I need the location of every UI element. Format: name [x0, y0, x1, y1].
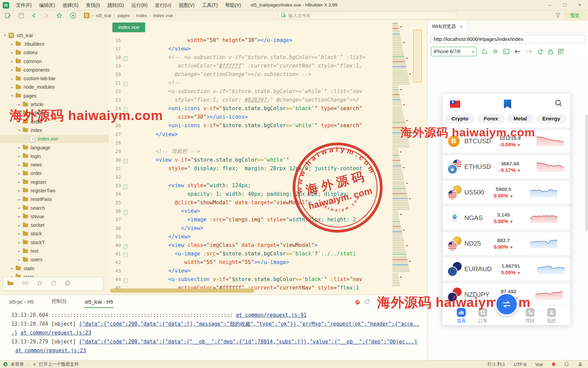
close-tab-icon[interactable]: × — [460, 24, 463, 29]
code-line[interactable]: 17 </view> — [109, 45, 392, 53]
tree-item-search[interactable]: ▸search — [0, 204, 109, 212]
tab-理財[interactable]: 理財 — [521, 308, 539, 324]
minimap[interactable] — [392, 23, 412, 292]
tree-item-resetPass[interactable]: ▸resetPass — [0, 195, 109, 204]
tab-我的[interactable]: 我的 — [542, 308, 561, 324]
notification-dot-icon[interactable] — [552, 363, 555, 366]
code-line[interactable]: 27 </view> — [109, 130, 392, 139]
language-mode-label[interactable]: Vue — [535, 362, 543, 367]
back-icon[interactable] — [32, 13, 36, 18]
tree-item-stockT[interactable]: ▸stockT — [0, 238, 109, 247]
code-line[interactable]: 16 width="50" height="38"></u-image> — [109, 36, 392, 45]
console-tab-st5-pc - H5[interactable]: st5-pc - H5 — [8, 296, 34, 308]
search-view-icon[interactable] — [22, 281, 29, 287]
refresh-view-icon[interactable] — [51, 280, 57, 287]
code-line[interactable]: 36− <view> — [109, 207, 392, 216]
instrument-row-EURAUD[interactable]: EURAUD1.667910.00% ▼ — [443, 258, 570, 280]
filter-funnel-icon[interactable] — [555, 13, 561, 19]
tree-item-stock[interactable]: ▸stock — [0, 230, 109, 238]
login-status-icon[interactable] — [3, 362, 7, 366]
tree-item-test[interactable]: ▸test — [0, 247, 109, 255]
code-line[interactable]: 37 <image :src="clangs.img" style="width… — [109, 216, 392, 224]
code-line[interactable]: 20 @change="sectionChange"></u-subsectio… — [109, 70, 392, 79]
menu-item[interactable]: 文件(F) — [12, 0, 35, 10]
close-button[interactable]: × — [572, 0, 587, 10]
tree-item-components[interactable]: ▸components — [0, 65, 109, 74]
fold-icon[interactable]: − — [123, 253, 128, 257]
run-icon[interactable] — [70, 12, 76, 19]
code-line[interactable]: 30− <view v-if="$store.state.bgColor=='w… — [109, 156, 392, 164]
instrument-row-ETHUSD[interactable]: ◆ETHUSD3667.66-5.17% ▼ — [443, 156, 570, 178]
console-tab-控制台[interactable]: 控制台 — [51, 295, 67, 308]
tree-item-socket[interactable]: ▸socket — [0, 221, 109, 230]
tree-item-news[interactable]: ▸news — [0, 160, 109, 169]
code-line[interactable]: 31 style=" display: flex; margin: 20rpx … — [109, 164, 392, 173]
code-line[interactable]: 44− <u-subsection v-if="$store.state.bgC… — [109, 275, 392, 284]
breadcrumb-item[interactable]: pages — [118, 13, 130, 18]
fold-icon[interactable]: − — [123, 159, 128, 163]
category-tab-CFD[interactable]: CFD — [569, 114, 570, 123]
source-link[interactable]: at common/request.js:91 — [236, 312, 307, 318]
breadcrumb-item[interactable]: index.vue — [153, 13, 173, 18]
code-line[interactable]: 29 <!-- 导航栏 --> — [109, 147, 392, 156]
menu-item[interactable]: 工具(T) — [198, 0, 221, 10]
debug-bug-icon[interactable] — [37, 280, 43, 287]
fold-icon[interactable]: − — [123, 107, 128, 112]
tab-訂單[interactable]: 訂單 — [474, 308, 492, 324]
login-status-label[interactable]: 未登录 — [11, 361, 24, 367]
source-link[interactable]: at common/request.js:23 — [15, 348, 86, 354]
taiwan-flag-icon[interactable] — [450, 101, 460, 108]
nav-forward-icon[interactable] — [526, 49, 532, 54]
minimize-button[interactable]: – — [542, 0, 557, 10]
code-line[interactable]: 32 — [109, 173, 392, 181]
encoding-label[interactable]: UTF-8 — [514, 362, 527, 367]
code-line[interactable]: 26 <uni-icons v-if="$store.state.bgColor… — [109, 121, 392, 130]
tree-item-common[interactable]: ▸common — [0, 57, 109, 65]
code-line[interactable]: 21− <!-- — [109, 79, 392, 87]
maximize-button[interactable]: □ — [557, 0, 572, 10]
clear-console-icon[interactable] — [355, 300, 360, 305]
fold-icon[interactable]: − — [123, 278, 128, 283]
search-icon[interactable] — [555, 99, 563, 109]
favorite-star-icon[interactable] — [56, 13, 62, 18]
code-line[interactable]: 28 — [109, 139, 392, 147]
menu-item[interactable]: 发行(U) — [151, 0, 175, 10]
tree-item-colorui[interactable]: ▸colorui — [0, 48, 109, 57]
code-line[interactable]: 24− <uni-icons v-if="$store.state.bgColo… — [109, 104, 392, 113]
cursor-position[interactable]: 行:1 列:1 — [488, 361, 505, 367]
category-tab-Crypto[interactable]: Crypto — [445, 114, 475, 123]
editor-tab-indexvue[interactable]: index.vue — [112, 23, 145, 32]
code-line[interactable]: 40− <view class="imgClass" data-target="… — [109, 241, 392, 250]
menu-item[interactable]: 查找(I) — [82, 0, 104, 10]
panel-scrollbar[interactable] — [585, 115, 588, 231]
code-line[interactable]: 33− <view style="width: 124px; — [109, 181, 392, 190]
menu-item[interactable]: 帮助(Y) — [221, 0, 245, 10]
source-link[interactable]: at common/request.js:23 — [20, 330, 91, 336]
tree-item-article[interactable]: ▸article — [0, 100, 109, 108]
save-icon[interactable] — [18, 13, 24, 18]
fold-icon[interactable]: − — [123, 244, 128, 249]
tree-item-users[interactable]: ▸users — [0, 255, 109, 264]
category-tab-Forex[interactable]: Forex — [478, 114, 504, 123]
forward-icon[interactable] — [44, 13, 49, 18]
tree-item-.hbuilderx[interactable]: ▸.hbuilderx — [0, 40, 109, 48]
code-line[interactable]: 43 </view> — [109, 267, 392, 275]
console-refresh-icon[interactable] — [365, 299, 370, 306]
open-last-preview-label[interactable]: 打开上一个预览文件 — [39, 361, 79, 367]
browser-tab[interactable]: Web浏览器 × — [428, 21, 467, 32]
code-line[interactable]: 42 width="55" height="55"></u-image> — [109, 258, 392, 267]
code-editor[interactable]: index.vue 16 width="50" height="38"></u-… — [109, 21, 427, 295]
menu-item[interactable]: 选择(S) — [59, 0, 82, 10]
menu-item[interactable]: 跳转(G) — [104, 0, 127, 10]
horizontal-scrollbar[interactable] — [110, 289, 254, 293]
fold-icon[interactable]: − — [123, 210, 128, 215]
menu-item[interactable]: 运行(R) — [128, 0, 151, 10]
code-line[interactable]: 34 opacity: 1; width: 40px; padding: 2px… — [109, 190, 392, 198]
fold-icon[interactable]: − — [123, 56, 128, 61]
code-line[interactable]: 39 </view> — [109, 233, 392, 241]
breadcrumb-item[interactable]: index — [136, 13, 147, 18]
code-line[interactable]: 25 size="30"></uni-icons> — [109, 113, 392, 121]
url-input[interactable] — [431, 35, 585, 44]
project-view-icon[interactable] — [7, 280, 14, 287]
bell-icon[interactable] — [564, 362, 569, 367]
